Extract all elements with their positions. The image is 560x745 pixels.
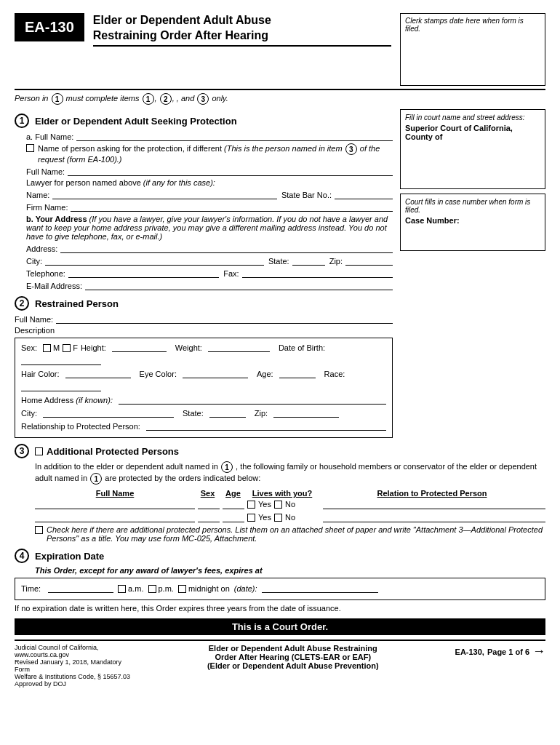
lawyer-name-input[interactable] [52,189,277,199]
home-address-input[interactable] [119,394,386,405]
weight-input[interactable] [208,342,270,352]
eye-input[interactable] [183,368,248,378]
col-header-sex: Sex [195,489,220,498]
home-label: Home Address (if known): [21,396,113,405]
hair-input[interactable] [65,368,131,378]
city-label: City: [26,257,42,266]
section1-num: 1 [15,113,29,128]
restrained-city-input[interactable] [43,407,174,418]
footer-page: Page 1 of 6 [487,648,529,656]
pm-checkbox-group: p.m. [148,584,174,593]
date-input[interactable] [262,583,378,593]
section3-checkbox[interactable] [35,447,43,455]
restrained-fullname-input[interactable] [56,314,393,324]
court-name-fill-label: Fill in court name and street address: [405,113,540,121]
sex-height-row: Sex: M F Height: Weight: Dat [21,342,386,365]
page: EA-130 Elder or Dependent Adult Abuse Re… [0,0,560,745]
time-row: Time: a.m. p.m. midnight on (date): [21,583,539,593]
restrained-zip-input[interactable] [273,407,339,418]
section4-num: 4 [15,549,29,563]
sex-m-checkbox-group: M [43,343,60,352]
zip-label: Zip: [329,257,343,266]
age-label: Age: [257,370,273,378]
race-input[interactable] [21,381,101,391]
col-header-age: Age [220,489,246,498]
telephone-input[interactable] [68,268,219,278]
fullname-b-row: Full Name: [26,166,393,176]
section1-title: Elder or Dependent Adult Seeking Protect… [35,116,237,127]
midnight-checkbox[interactable] [178,585,186,593]
address-section-b: b. Your Address (If you have a lawyer, g… [26,215,393,290]
fullname-field-row: a. Full Name: [26,131,393,141]
state-bar-label: State Bar No.: [281,191,332,199]
am-checkbox[interactable] [118,585,126,593]
fullname-a-input[interactable] [76,131,393,141]
state-input[interactable] [292,255,325,266]
case-number-fill-label: Court fills in case number when form is … [405,198,540,214]
protected-age-2[interactable] [223,512,244,522]
footer-center-line1: Elder or Dependent Adult Abuse Restraini… [138,644,448,653]
time-input[interactable] [48,583,113,593]
relation-input[interactable] [146,421,386,431]
name-of-person-checkbox[interactable] [26,144,34,152]
section3-title: Additional Protected Persons [47,446,179,457]
address-row: Address: [26,243,393,253]
fax-input[interactable] [242,268,393,278]
firm-input[interactable] [71,202,393,212]
header-divider [15,89,545,90]
zip-input[interactable] [345,255,393,266]
restrained-fullname-label: Full Name: [15,315,53,324]
protected-sex-2[interactable] [198,512,220,522]
city-input[interactable] [45,255,264,266]
home-address-row: Home Address (if known): [21,394,386,405]
main-layout: 1 Elder or Dependent Adult Seeking Prote… [15,109,545,438]
restrained-zip-label: Zip: [255,409,268,418]
dob-input[interactable] [21,355,101,365]
address-label: Address: [26,244,57,253]
additional-persons-checkbox[interactable] [35,526,43,534]
form-id: EA-130 [15,13,84,41]
section4-header: 4 Expiration Date [15,549,545,563]
case-number-fill-area[interactable] [405,225,540,247]
fullname-b-input[interactable] [68,166,393,176]
footer-left-line4: Approved by DOJ [15,680,131,688]
court-name-fill-area[interactable] [405,141,540,185]
address-input[interactable] [60,243,393,253]
sex-m-checkbox[interactable] [43,344,51,352]
section2: 2 Restrained Person Full Name: Descripti… [15,296,393,438]
age-input[interactable] [279,368,316,378]
section3-num: 3 [15,444,29,458]
footer-left: Judicial Council of California, www.cour… [15,644,131,688]
footer: Judicial Council of California, www.cour… [15,640,545,688]
next-page-arrow[interactable]: → [532,644,545,659]
lives-no-2-checkbox[interactable] [274,514,282,522]
height-input[interactable] [112,342,167,352]
firm-name-row: Firm Name: [26,202,393,212]
footer-form-id: EA-130, [455,648,484,656]
additional-persons-check-row: Check here if there are additional prote… [35,525,545,543]
email-input[interactable] [85,280,393,290]
state-bar-input[interactable] [335,189,393,199]
footer-right: EA-130, Page 1 of 6 → [455,644,545,659]
name-of-person-text: Name of person asking for the protection… [38,143,393,164]
section2-num: 2 [15,296,29,311]
lives-yes-1-checkbox[interactable] [247,501,255,509]
instructions-row: Person in 1 must complete items 1, 2, , … [15,93,545,105]
lives-no-1-checkbox[interactable] [274,501,282,509]
protected-age-1[interactable] [223,499,244,509]
circle-1: 1 [52,93,63,105]
protected-sex-1[interactable] [198,499,220,509]
pm-checkbox[interactable] [148,585,156,593]
lawyer-label-row: Lawyer for person named above (if any fo… [26,178,393,187]
protected-relation-2[interactable] [323,512,545,522]
section3-desc: In addition to the elder or dependent ad… [35,461,545,485]
sex-f-checkbox[interactable] [63,344,71,352]
restrained-state-input[interactable] [209,407,246,418]
protected-relation-1[interactable] [323,499,545,509]
protected-name-1[interactable] [35,499,195,509]
no-expiry-note: If no expiration date is written here, t… [15,604,545,613]
case-number-label: Case Number: [405,216,540,225]
footer-left-line2: Revised January 1, 2018, Mandatory Form [15,658,131,673]
lives-yes-2-checkbox[interactable] [247,514,255,522]
protected-name-2[interactable] [35,512,195,522]
